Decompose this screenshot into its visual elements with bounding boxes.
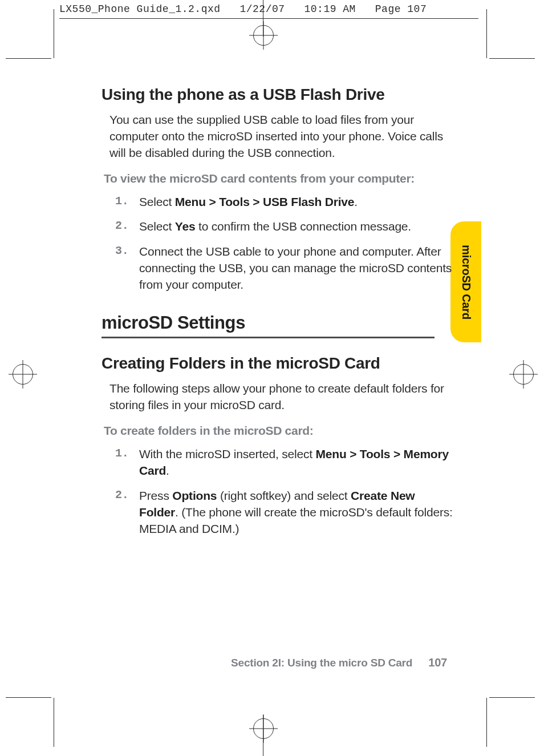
list-item: 1. Select Menu > Tools > USB Flash Drive… xyxy=(115,193,453,210)
registration-mark-right xyxy=(513,364,534,385)
crop-corner xyxy=(489,697,535,698)
crop-corner xyxy=(6,697,51,698)
crop-corner xyxy=(486,9,487,58)
page-content: Using the phone as a USB Flash Drive You… xyxy=(102,86,453,688)
paragraph-usb-intro: You can use the supplied USB cable to lo… xyxy=(109,112,445,161)
registration-mark-bottom xyxy=(253,718,274,739)
crop-corner xyxy=(489,58,535,59)
lead-in-folders: To create folders in the microSD card: xyxy=(104,424,453,438)
heading-usb-flashdrive: Using the phone as a USB Flash Drive xyxy=(102,86,453,104)
heading-create-folders: Creating Folders in the microSD Card xyxy=(102,354,453,373)
step-number: 2. xyxy=(115,218,129,234)
list-item: 2. Select Yes to confirm the USB connect… xyxy=(115,218,453,235)
step-text: Press Options (right softkey) and select… xyxy=(139,489,453,536)
footer-section: Section 2I: Using the micro SD Card xyxy=(231,657,412,669)
list-item: 1. With the microSD inserted, select Men… xyxy=(115,446,453,479)
registration-mark-top xyxy=(253,25,274,46)
running-footer: Section 2I: Using the micro SD Card 107 xyxy=(102,656,447,669)
slug-rule xyxy=(59,18,478,19)
list-item: 3. Connect the USB cable to your phone a… xyxy=(115,243,453,293)
slug-filename: LX550_Phone Guide_1.2.qxd xyxy=(59,3,221,15)
crop-corner xyxy=(54,698,54,747)
step-number: 3. xyxy=(115,243,129,259)
registration-mark-left xyxy=(13,364,33,385)
steps-folders: 1. With the microSD inserted, select Men… xyxy=(102,446,453,537)
paragraph-folders-intro: The following steps allow your phone to … xyxy=(109,381,445,414)
step-text: Connect the USB cable to your phone and … xyxy=(139,245,452,292)
crop-corner xyxy=(486,698,487,747)
step-number: 1. xyxy=(115,193,129,209)
heading-microsd-settings: microSD Settings xyxy=(102,313,435,338)
thumb-tab-microsd: microSD Card xyxy=(450,221,481,342)
step-text: With the microSD inserted, select Menu >… xyxy=(139,447,449,477)
prepress-slugline: LX550_Phone Guide_1.2.qxd 1/22/07 10:19 … xyxy=(59,3,544,19)
step-text: Select Menu > Tools > USB Flash Drive. xyxy=(139,195,358,208)
list-item: 2. Press Options (right softkey) and sel… xyxy=(115,487,453,537)
steps-usb: 1. Select Menu > Tools > USB Flash Drive… xyxy=(102,193,453,293)
slug-time: 10:19 AM xyxy=(304,3,355,15)
step-number: 2. xyxy=(115,487,129,503)
lead-in-usb: To view the microSD card contents from y… xyxy=(104,172,453,185)
slug-page: Page 107 xyxy=(375,3,427,15)
crop-corner xyxy=(6,58,51,59)
step-text: Select Yes to confirm the USB connection… xyxy=(139,220,411,233)
crop-corner xyxy=(54,9,54,58)
footer-page-number: 107 xyxy=(428,656,447,669)
thumb-tab-label: microSD Card xyxy=(460,245,473,320)
step-number: 1. xyxy=(115,446,129,462)
